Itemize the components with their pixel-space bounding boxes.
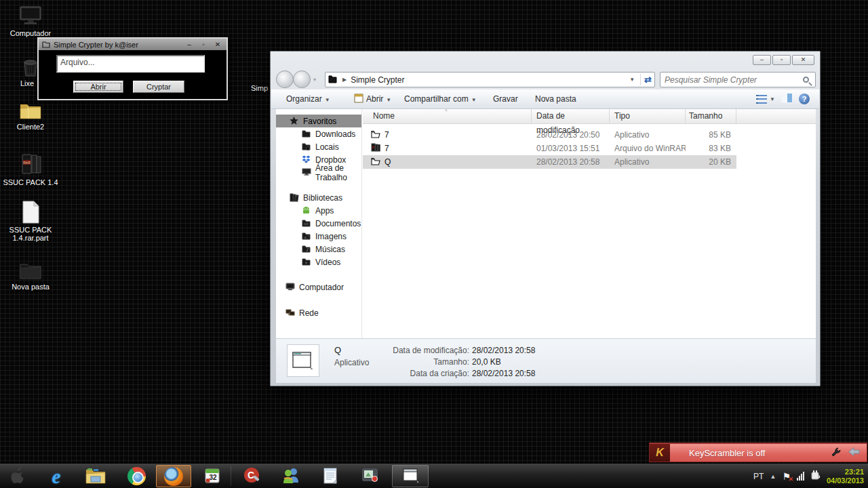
explorer-close-button[interactable]: ✕ [792,55,814,65]
desktop-icon-cliente2[interactable]: Cliente2 [0,100,61,131]
file-row-selected[interactable]: Q 28/02/2013 20:58 Aplicativo 20 KB [363,155,736,169]
breadcrumb-arrow-icon: ▶ [342,77,347,83]
keyscrambler-banner[interactable]: K KeyScrambler is off [649,443,867,462]
column-header-data[interactable]: Data de modificação [532,109,610,123]
sidebar-item-area-de-trabalho[interactable]: Área de Trabalho [276,166,361,179]
burn-button[interactable]: Gravar [493,94,518,104]
explorer-folder-icon [85,467,106,486]
column-header-tamanho[interactable]: Tamanho [686,109,736,123]
search-input[interactable] [665,75,803,85]
forward-button[interactable] [293,70,311,88]
help-icon[interactable]: ? [799,94,810,104]
start-button[interactable] [3,465,34,487]
desktop-icon-label: SSUC PACK 1.4.rar.part [0,226,61,242]
preview-pane-icon[interactable] [781,93,793,105]
address-dropdown-icon[interactable]: ▼ [629,77,635,83]
crypter-title: Simple Crypter by k@iser [54,41,180,49]
ccleaner-icon: C [243,466,261,487]
taskbar-ccleaner[interactable]: C [236,465,267,487]
details-modified-value: 28/02/2013 20:58 [472,345,535,357]
desktop-icon-label: SSUC PACK 1.4 [0,178,61,186]
apps-icon [302,206,311,215]
crypter-titlebar[interactable]: Simple Crypter by k@iser – ▫ ✕ [39,39,226,50]
sidebar-item-computador[interactable]: Computador [276,281,361,293]
sidebar-item-videos[interactable]: Vídeos [276,256,361,268]
back-arrow-icon[interactable] [848,447,860,458]
explorer-minimize-button[interactable]: – [753,55,771,65]
sidebar-item-musicas[interactable]: Músicas [276,243,361,256]
refresh-icon[interactable]: ⇄ [644,75,652,85]
taskbar-notepad[interactable] [315,465,346,487]
file-row[interactable]: 7 01/03/2013 15:51 Arquivo do WinRAR 83 … [363,142,736,155]
crypter-open-button[interactable]: Abrir [73,81,123,93]
sidebar-item-documentos[interactable]: Documentos [276,217,361,230]
taskbar-windows-explorer[interactable] [80,465,111,487]
share-menu[interactable]: Compartilhar com▼ [404,94,477,104]
column-header-tipo[interactable]: Tipo [610,109,686,123]
taskbar-internet-explorer[interactable]: e [41,465,72,487]
dropbox-icon [302,155,311,164]
new-folder-button[interactable]: Nova pasta [535,94,576,104]
sidebar-item-label: Apps [315,206,334,216]
sort-indicator-icon: ▲ [444,108,448,112]
taskbar-clock[interactable]: 23:21 04/03/2013 [827,468,864,485]
keyscrambler-logo: K [650,444,670,462]
sidebar-item-bibliotecas[interactable]: Bibliotecas [276,191,361,204]
desktop-icon-label: Nova pasta [0,283,61,291]
crypter-close-button[interactable]: ✕ [212,39,223,50]
action-center-flag-icon[interactable]: ⚑✕ [782,471,791,482]
taskbar-chrome[interactable] [121,465,152,487]
change-view-button[interactable]: ▼ [756,95,775,104]
search-box[interactable] [660,72,816,87]
wrench-icon[interactable] [831,447,842,460]
crypter-crypt-button[interactable]: Cryptar [133,81,184,93]
back-button[interactable] [276,70,294,88]
language-indicator[interactable]: PT [753,472,764,481]
sidebar-item-apps[interactable]: Apps [276,204,361,217]
computer-icon [0,5,61,27]
taskbar-screen-recorder[interactable] [354,465,385,487]
sidebar-item-locais[interactable]: Locais [276,140,361,153]
desktop-icon-ssuc-pack[interactable]: RAR SSUC PACK 1.4 [0,153,61,186]
hidden-icons-chevron-icon[interactable]: ▲ [770,473,776,480]
column-headers: ▲ Nome Data de modificação Tipo Tamanho [363,109,816,124]
power-plug-icon[interactable] [810,470,821,483]
recorder-icon [361,467,379,486]
desktop-icon-nova-pasta[interactable]: Nova pasta [0,260,61,291]
network-signal-icon[interactable] [797,472,804,481]
crypter-file-input[interactable]: Arquivo... [56,55,205,73]
breadcrumb[interactable]: Simple Crypter [351,75,629,85]
desktop-icon-computador[interactable]: Computador [0,5,61,37]
column-header-filler [736,109,816,123]
sidebar-item-rede[interactable]: Rede [276,306,361,319]
desktop-icon-label-simp[interactable]: Simp [251,84,268,92]
sidebar-item-downloads[interactable]: Downloads [276,127,361,140]
open-menu[interactable]: Abrir▼ [366,94,391,104]
sidebar-item-label: Rede [299,308,319,318]
partial-file-icon [0,201,61,224]
sidebar-item-label: Imagens [315,232,347,241]
navigation-pane: Favoritos Downloads Locais [276,109,362,338]
desktop-icon-ssuc-part[interactable]: SSUC PACK 1.4.rar.part [0,201,61,242]
recent-pages-chevron-icon[interactable]: ▾ [313,77,316,83]
taskbar-messenger[interactable] [275,465,307,487]
views-chevron-icon: ▼ [770,96,775,102]
crypter-maximize-button[interactable]: ▫ [198,39,209,50]
explorer-navigation-bar: ▾ ▶ Simple Crypter ▼ ⇄ [271,70,820,89]
taskbar-simple-crypter-active[interactable] [392,465,429,487]
apple-start-icon [10,466,26,486]
taskbar-calendar-app[interactable]: 32 [197,465,228,487]
sidebar-item-imagens[interactable]: Imagens [276,230,361,243]
keyscrambler-message: KeyScrambler is off [689,448,831,458]
details-size-label: Tamanho: [369,357,469,368]
system-tray: PT ▲ ⚑✕ 23:21 04/03/2013 [753,464,864,488]
sidebar-item-favoritos[interactable]: Favoritos [276,115,361,127]
svg-text:C: C [247,470,254,481]
address-bar[interactable]: ▶ Simple Crypter ▼ ⇄ [325,72,655,87]
search-icon[interactable] [803,77,809,83]
organize-menu[interactable]: Organizar▼ [286,94,330,104]
crypter-minimize-button[interactable]: – [184,39,195,50]
taskbar-firefox-active[interactable] [156,465,191,487]
details-modified-label: Data de modificação: [369,345,469,357]
explorer-maximize-button[interactable]: ▫ [772,55,791,65]
